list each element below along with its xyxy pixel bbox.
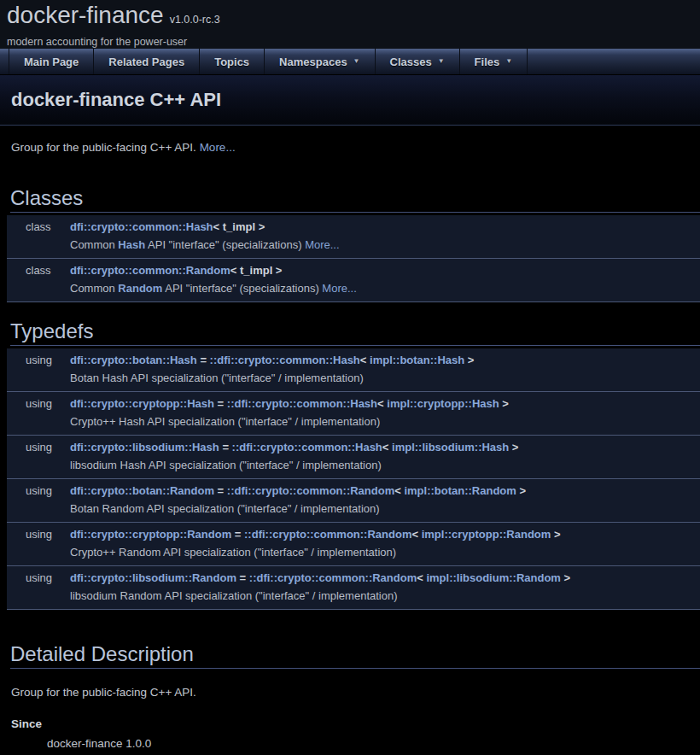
typedef-param-link[interactable]: impl::botan::Random xyxy=(404,484,516,497)
class-declaration: dfi::crypto::common::Hash< t_impl > xyxy=(70,218,697,236)
since-label: Since xyxy=(11,717,700,730)
angle-close: > xyxy=(551,528,560,541)
tab-related-pages[interactable]: Related Pages xyxy=(94,49,200,74)
tab-label: Files xyxy=(475,56,500,68)
typedef-declaration: dfi::crypto::libsodium::Random = ::dfi::… xyxy=(70,569,697,587)
typedef-param-link[interactable]: impl::cryptopp::Hash xyxy=(387,397,499,410)
typedef-declaration: dfi::crypto::cryptopp::Hash = ::dfi::cry… xyxy=(70,395,697,413)
desc-text: Common xyxy=(70,282,118,295)
typedef-link[interactable]: dfi::crypto::cryptopp::Random xyxy=(70,528,231,541)
typedef-param-link[interactable]: impl::cryptopp::Random xyxy=(422,528,551,541)
tab-label: Classes xyxy=(390,56,432,68)
equals-sign: = xyxy=(236,571,249,584)
equals-sign: = xyxy=(214,397,227,410)
typedef-link[interactable]: dfi::crypto::libsodium::Random xyxy=(70,571,236,584)
main-nav: Main Page Related Pages Topics Namespace… xyxy=(0,49,700,75)
intro-text: Group for the public-facing C++ API. xyxy=(11,141,200,154)
member-kind: using xyxy=(26,482,70,518)
typedef-target-link[interactable]: ::dfi::crypto::common::Random xyxy=(244,528,411,541)
typedef-target-link[interactable]: ::dfi::crypto::common::Hash xyxy=(210,354,360,366)
tab-classes[interactable]: Classes▼ xyxy=(376,49,460,74)
tab-files[interactable]: Files▼ xyxy=(460,49,528,74)
tab-main-page[interactable]: Main Page xyxy=(9,49,94,74)
member-content: dfi::crypto::cryptopp::Hash = ::dfi::cry… xyxy=(70,395,697,430)
member-kind: using xyxy=(26,395,70,430)
typedef-description: libsodium Random API specialization ("in… xyxy=(70,587,697,605)
tab-label: Related Pages xyxy=(108,56,184,68)
angle-open: < xyxy=(377,397,387,410)
chevron-down-icon: ▼ xyxy=(438,58,445,65)
class-link[interactable]: Random xyxy=(118,282,162,295)
typedef-param-link[interactable]: impl::botan::Hash xyxy=(370,354,464,366)
typedef-description: Botan Random API specialization ("interf… xyxy=(70,500,697,518)
typedef-description: Botan Hash API specialization ("interfac… xyxy=(70,369,697,387)
typedef-target-link[interactable]: ::dfi::crypto::common::Random xyxy=(227,484,394,497)
more-link[interactable]: More... xyxy=(305,238,339,251)
member-content: dfi::crypto::common::Hash< t_impl > Comm… xyxy=(70,218,697,254)
angle-open: < xyxy=(360,354,370,366)
typedef-row: using dfi::crypto::botan::Hash = ::dfi::… xyxy=(7,348,700,392)
class-link[interactable]: dfi::crypto::common::Random xyxy=(70,264,230,277)
typedef-row: using dfi::crypto::cryptopp::Hash = ::df… xyxy=(7,392,700,436)
typedef-link[interactable]: dfi::crypto::cryptopp::Hash xyxy=(70,397,214,410)
class-declaration: dfi::crypto::common::Random< t_impl > xyxy=(70,261,697,279)
typedef-target-link[interactable]: ::dfi::crypto::common::Hash xyxy=(227,397,377,410)
equals-sign: = xyxy=(231,528,244,541)
typedef-target-link[interactable]: ::dfi::crypto::common::Random xyxy=(249,571,417,584)
typedef-description: libsodium Hash API specialization ("inte… xyxy=(70,456,697,474)
project-name-text: docker-finance xyxy=(7,2,164,28)
typedefs-table: using dfi::crypto::botan::Hash = ::dfi::… xyxy=(7,348,700,610)
tab-label: Namespaces xyxy=(279,56,347,68)
member-content: dfi::crypto::botan::Random = ::dfi::cryp… xyxy=(70,482,697,518)
angle-close: > xyxy=(509,441,518,454)
member-kind: using xyxy=(26,438,70,474)
intro-paragraph: Group for the public-facing C++ API. Mor… xyxy=(11,141,700,154)
since-block: Since docker-finance 1.0.0 xyxy=(11,717,700,750)
equals-sign: = xyxy=(219,441,232,454)
member-kind: using xyxy=(26,525,70,561)
typedef-row: using dfi::crypto::libsodium::Hash = ::d… xyxy=(7,436,700,479)
class-description: Common Random API "interface" (specializ… xyxy=(70,279,697,297)
section-heading-typedefs: Typedefs xyxy=(10,319,700,346)
desc-text: Common xyxy=(70,238,118,251)
member-content: dfi::crypto::botan::Hash = ::dfi::crypto… xyxy=(70,351,697,387)
more-link[interactable]: More... xyxy=(322,282,356,295)
typedef-declaration: dfi::crypto::botan::Hash = ::dfi::crypto… xyxy=(70,351,697,369)
member-kind: class xyxy=(26,218,70,254)
classes-table: class dfi::crypto::common::Hash< t_impl … xyxy=(7,215,700,302)
desc-text: API "interface" (specializations) xyxy=(162,282,322,295)
tab-topics[interactable]: Topics xyxy=(200,49,265,74)
angle-open: < xyxy=(382,441,392,454)
tab-label: Main Page xyxy=(24,56,79,68)
typedef-link[interactable]: dfi::crypto::libsodium::Hash xyxy=(70,441,219,454)
class-description: Common Hash API "interface" (specializat… xyxy=(70,236,697,254)
class-row: class dfi::crypto::common::Hash< t_impl … xyxy=(7,215,700,259)
typedef-link[interactable]: dfi::crypto::botan::Random xyxy=(70,484,214,497)
class-link[interactable]: dfi::crypto::common::Hash xyxy=(70,220,213,233)
typedef-description: Crypto++ Random API specialization ("int… xyxy=(70,543,697,561)
member-kind: using xyxy=(26,569,70,605)
project-brief: modern accounting for the power-user xyxy=(7,36,700,48)
typedef-link[interactable]: dfi::crypto::botan::Hash xyxy=(70,354,197,366)
typedef-param-link[interactable]: impl::libsodium::Hash xyxy=(392,441,509,454)
angle-open: < xyxy=(394,484,404,497)
project-name: docker-financev1.0.0-rc.3 xyxy=(7,1,700,34)
typedef-declaration: dfi::crypto::libsodium::Hash = ::dfi::cr… xyxy=(70,438,697,456)
angle-open: < xyxy=(417,571,426,584)
typedef-declaration: dfi::crypto::botan::Random = ::dfi::cryp… xyxy=(70,482,697,500)
angle-close: > xyxy=(464,354,474,366)
angle-close: > xyxy=(499,397,509,410)
typedef-description: Crypto++ Hash API specialization ("inter… xyxy=(70,413,697,430)
angle-close: > xyxy=(516,484,526,497)
member-content: dfi::crypto::libsodium::Hash = ::dfi::cr… xyxy=(70,438,697,474)
desc-text: API "interface" (specializations) xyxy=(145,238,305,251)
angle-open: < xyxy=(411,528,421,541)
member-content: dfi::crypto::libsodium::Random = ::dfi::… xyxy=(70,569,697,605)
equals-sign: = xyxy=(214,484,227,497)
page-header: docker-finance C++ API xyxy=(0,75,700,126)
class-link[interactable]: Hash xyxy=(118,238,145,251)
typedef-param-link[interactable]: impl::libsodium::Random xyxy=(426,571,560,584)
typedef-target-link[interactable]: ::dfi::crypto::common::Hash xyxy=(232,441,382,454)
tab-namespaces[interactable]: Namespaces▼ xyxy=(265,49,375,74)
more-link[interactable]: More... xyxy=(200,141,236,154)
